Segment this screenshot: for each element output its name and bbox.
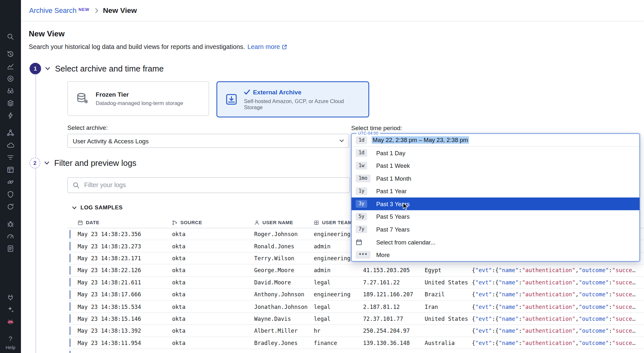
cell-user-team: finance [314,339,363,346]
calendar-icon [78,220,83,225]
search-icon [73,182,80,189]
cell-user-team: legal [314,303,363,310]
log-level-bar [69,242,71,251]
log-level-bar [69,314,71,323]
column-header-date[interactable]: DATE [78,220,172,225]
cell-date: May 23 14:38:15.534 [78,303,172,310]
time-range-input[interactable]: UTC-04:00 1d May 22, 2:38 pm – May 23, 2… [351,134,639,147]
service-map-icon[interactable] [6,129,14,137]
synthetics-icon[interactable] [6,203,14,211]
cell-ip: 189.121.166.207 [363,291,425,298]
step2-collapse-chevron-icon[interactable] [44,160,50,166]
source-icon [172,220,178,225]
breadcrumb-current: New View [103,6,137,15]
user-icon [254,220,260,225]
log-level-bar [69,339,71,347]
cell-ip: 250.254.204.97 [363,327,425,334]
help-label[interactable]: Help [5,345,15,351]
bits-invader-icon[interactable] [6,318,14,326]
time-option-past-1-day[interactable]: 1dPast 1 Day [351,147,639,159]
table-row[interactable]: May 23 14:38:17.666oktaAnthony.Johnsonen… [67,289,644,301]
step1-collapse-chevron-icon[interactable] [45,66,51,72]
table-row[interactable]: May 23 14:38:21.611oktaDavid.Moorelegal7… [67,277,644,289]
frozen-tier-card[interactable]: Frozen Tier Datadog-managed long-term st… [67,81,209,116]
cell-country: Australia [425,339,472,346]
table-row[interactable] [67,349,644,353]
cell-source: okta [172,327,254,334]
time-option-more[interactable]: •••More [351,248,639,261]
logs-icon[interactable] [6,245,14,253]
time-option-past-5-years[interactable]: 5yPast 5 Years [351,210,639,223]
history-icon[interactable] [6,50,14,58]
sidebar-nav [6,0,14,257]
cell-date: May 23 14:38:13.392 [78,327,172,334]
sidebar-bottom-icons [6,293,14,330]
time-option-tag: 1mo [356,175,370,182]
log-filter-box [67,177,350,193]
dashboard-icon[interactable] [6,75,14,82]
cell-source: okta [172,303,254,310]
log-filter-input[interactable] [83,181,345,189]
metrics-icon[interactable] [6,62,14,70]
archive-type-cards: Frozen Tier Datadog-managed long-term st… [67,81,644,117]
table-row[interactable]: May 23 14:38:11.954oktaBradley.Jonesfina… [67,337,644,349]
agent-icon[interactable] [6,293,14,301]
frozen-tier-icon [76,92,89,105]
time-option-label: Past 1 Year [376,188,407,194]
time-option-past-1-year[interactable]: 1yPast 1 Year [351,185,639,198]
cell-content-json: {"evt":{"name":"authentication","outcome… [472,267,644,273]
chevron-down-icon [340,139,344,142]
time-option-past-1-week[interactable]: 1wPast 1 Week [351,159,639,172]
events-icon[interactable] [6,112,14,119]
main-content: New View Search your historical log data… [21,21,644,353]
security-icon[interactable] [6,191,14,198]
cell-content-json: {"evt":{"name":"authentication","outcome… [472,279,644,286]
cell-user-name: Jonathan.Johnson [254,303,314,310]
time-option-past-7-years[interactable]: 7yPast 7 Years [351,223,639,236]
cell-date: May 23 14:38:11.954 [78,339,172,346]
column-header-source[interactable]: SOURCE [172,220,254,225]
table-row[interactable]: May 23 14:38:15.146oktaWayne.Davislegal7… [67,313,644,325]
table-row[interactable]: May 23 14:38:22.126oktaGeorge.Mooreadmin… [67,264,644,276]
cell-ip: 139.130.36.148 [363,339,425,346]
time-option-label: Past 7 Years [376,226,410,233]
cell-source: okta [172,231,254,237]
sparkles-icon[interactable] [6,305,14,313]
apm-icon[interactable] [6,233,14,240]
cell-source: okta [172,339,254,346]
table-row[interactable]: May 23 14:38:13.392oktaAlbert.Millerhr25… [67,325,644,337]
table-row[interactable]: May 23 14:38:15.534oktaJonathan.Johnsonl… [67,301,644,313]
archive-select[interactable]: User Activity & Access Logs [67,134,349,148]
breadcrumb-parent-link[interactable]: Archive Search [29,6,77,14]
time-option-tag: 1d [356,149,367,157]
bug-icon[interactable] [6,220,14,228]
time-range-value[interactable]: May 22, 2:38 pm – May 23, 2:38 pm [372,136,469,144]
help-icon[interactable]: ? [9,336,12,342]
time-option-label: More [376,252,390,258]
cell-content-json: {"evt":{"name":"authentication","outcome… [472,291,644,298]
column-header-user-name[interactable]: USER NAME [254,220,314,225]
time-option-select-from-calendar[interactable]: Select from calendar... [351,236,639,249]
dashboards-icon[interactable] [6,166,14,174]
sidebar: ? Help [0,0,21,353]
cell-content-json: {"evt":{"name":"authentication","outcome… [472,303,644,310]
watchdog-icon[interactable] [6,87,14,95]
pipelines-icon[interactable] [6,154,14,161]
time-option-past-3-years[interactable]: 3yPast 3 Years [351,197,639,210]
cell-country: Egypt [425,267,472,273]
learn-more-link[interactable]: Learn more [247,43,287,51]
external-link-icon [282,44,287,50]
archive-select-value: User Activity & Access Logs [73,137,149,144]
cell-ip: 7.27.161.22 [363,279,425,286]
select-time-period-label: Select time period: [351,124,402,131]
cell-user-team: legal [314,279,363,286]
cloud-icon[interactable] [6,141,14,149]
cell-country: Brazil [425,291,472,298]
time-option-past-1-month[interactable]: 1moPast 1 Month [351,172,639,185]
infrastructure-icon[interactable] [6,100,14,107]
step1-header: 1 Select archive and time frame [29,63,644,74]
external-archive-card[interactable]: External Archive Self-hosted Amazon, GCP… [216,81,369,117]
cell-user-name: Anthony.Johnson [254,291,314,298]
integrations-icon[interactable] [6,178,14,186]
search-icon[interactable] [6,33,14,41]
